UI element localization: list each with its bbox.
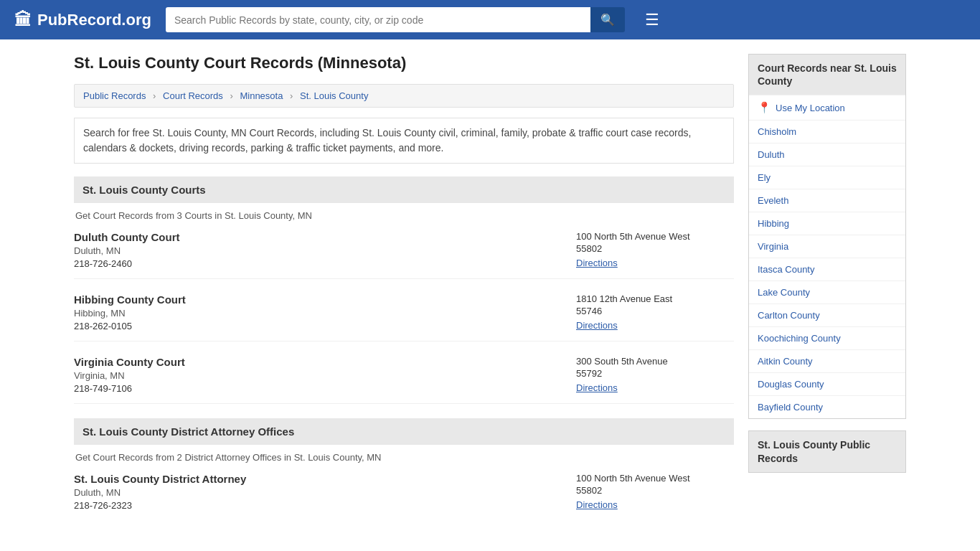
breadcrumb-court-records[interactable]: Court Records (163, 90, 223, 101)
da-name-1: St. Louis County District Attorney (74, 473, 576, 485)
nearby-link-hibbing[interactable]: Hibbing (758, 218, 789, 229)
da-section-desc: Get Court Records from 2 District Attorn… (74, 452, 734, 463)
courts-section-header: St. Louis County Courts (74, 176, 734, 203)
nearby-item-koochiching[interactable]: Koochiching County (749, 326, 905, 349)
nearby-link-carlton[interactable]: Carlton County (758, 310, 820, 321)
nearby-item-hibbing[interactable]: Hibbing (749, 212, 905, 235)
site-logo[interactable]: 🏛 PubRecord.org (14, 10, 151, 30)
use-location-button[interactable]: 📍 Use My Location (749, 95, 905, 120)
da-entry-1-left: St. Louis County District Attorney Dulut… (74, 473, 576, 513)
nearby-box: Court Records near St. Louis County 📍 Us… (748, 54, 906, 419)
da-zip-1: 55802 (576, 485, 734, 496)
nearby-link-bayfield[interactable]: Bayfield County (758, 402, 823, 413)
nearby-link-koochiching[interactable]: Koochiching County (758, 333, 841, 344)
da-address-1: 100 North 5th Avenue West (576, 473, 734, 484)
court-entry-hibbing: Hibbing County Court Hibbing, MN 218-262… (74, 293, 734, 342)
da-directions-1[interactable]: Directions (576, 499, 618, 510)
sidebar: Court Records near St. Louis County 📍 Us… (748, 54, 906, 534)
breadcrumb-sep-3: › (290, 90, 293, 101)
court-city-hibbing: Hibbing, MN (74, 308, 576, 319)
court-directions-hibbing[interactable]: Directions (576, 320, 618, 331)
nearby-item-duluth[interactable]: Duluth (749, 143, 905, 166)
nearby-item-eveleth[interactable]: Eveleth (749, 189, 905, 212)
court-phone-virginia: 218-749-7106 (74, 383, 576, 394)
nearby-link-itasca[interactable]: Itasca County (758, 264, 815, 275)
nearby-item-aitkin[interactable]: Aitkin County (749, 349, 905, 372)
nearby-title: Court Records near St. Louis County (749, 55, 905, 95)
nearby-link-aitkin[interactable]: Aitkin County (758, 356, 813, 367)
nearby-item-carlton[interactable]: Carlton County (749, 303, 905, 326)
court-directions-virginia[interactable]: Directions (576, 382, 618, 393)
court-entry-duluth: Duluth County Court Duluth, MN 218-726-2… (74, 231, 734, 279)
court-city-duluth: Duluth, MN (74, 245, 576, 256)
court-name-virginia: Virginia County Court (74, 356, 576, 368)
courts-section-desc: Get Court Records from 3 Courts in St. L… (74, 210, 734, 221)
court-address-duluth: 100 North 5th Avenue West (576, 231, 734, 242)
use-location-label: Use My Location (776, 103, 845, 113)
page-description: Search for free St. Louis County, MN Cou… (74, 118, 734, 164)
court-zip-virginia: 55792 (576, 368, 734, 379)
nearby-link-ely[interactable]: Ely (758, 172, 771, 183)
nearby-link-eveleth[interactable]: Eveleth (758, 195, 788, 206)
public-records-title: St. Louis County Public Records (749, 431, 905, 471)
site-header: 🏛 PubRecord.org 🔍 ☰ (0, 0, 980, 39)
nearby-item-ely[interactable]: Ely (749, 166, 905, 189)
main-container: St. Louis County Court Records (Minnesot… (60, 39, 920, 549)
court-phone-duluth: 218-726-2460 (74, 258, 576, 269)
location-icon: 📍 (758, 101, 771, 114)
court-entry-duluth-right: 100 North 5th Avenue West 55802 Directio… (576, 231, 734, 271)
breadcrumb-minnesota[interactable]: Minnesota (240, 90, 283, 101)
nearby-link-virginia[interactable]: Virginia (758, 241, 788, 252)
court-entry-virginia-left: Virginia County Court Virginia, MN 218-7… (74, 356, 576, 396)
breadcrumb-sep-2: › (230, 90, 232, 101)
public-records-box: St. Louis County Public Records (748, 430, 906, 472)
nearby-item-virginia[interactable]: Virginia (749, 235, 905, 258)
search-bar: 🔍 (166, 7, 625, 32)
menu-button[interactable]: ☰ (639, 8, 665, 32)
court-directions-duluth[interactable]: Directions (576, 258, 618, 268)
nearby-item-itasca[interactable]: Itasca County (749, 258, 905, 281)
court-entry-virginia: Virginia County Court Virginia, MN 218-7… (74, 356, 734, 404)
nearby-link-chisholm[interactable]: Chisholm (758, 126, 796, 137)
da-phone-1: 218-726-2323 (74, 500, 576, 511)
nearby-link-duluth[interactable]: Duluth (758, 149, 785, 160)
search-input[interactable] (166, 7, 590, 32)
nearby-link-douglas[interactable]: Douglas County (758, 379, 824, 390)
breadcrumb-public-records[interactable]: Public Records (83, 90, 146, 101)
nearby-item-bayfield[interactable]: Bayfield County (749, 395, 905, 418)
da-entry-1: St. Louis County District Attorney Dulut… (74, 473, 734, 520)
logo-text: PubRecord.org (37, 11, 151, 29)
court-name-hibbing: Hibbing County Court (74, 293, 576, 306)
court-zip-hibbing: 55746 (576, 306, 734, 316)
search-icon: 🔍 (600, 14, 615, 26)
court-phone-hibbing: 218-262-0105 (74, 321, 576, 331)
nearby-item-chisholm[interactable]: Chisholm (749, 120, 905, 143)
breadcrumb-sep-1: › (153, 90, 156, 101)
page-title: St. Louis County Court Records (Minnesot… (74, 54, 734, 72)
nearby-item-douglas[interactable]: Douglas County (749, 372, 905, 395)
search-button[interactable]: 🔍 (590, 7, 625, 32)
nearby-item-lake[interactable]: Lake County (749, 281, 905, 303)
court-name-duluth: Duluth County Court (74, 231, 576, 243)
breadcrumb: Public Records › Court Records › Minneso… (74, 84, 734, 108)
logo-icon: 🏛 (14, 10, 32, 30)
court-address-virginia: 300 South 5th Avenue (576, 356, 734, 367)
breadcrumb-st-louis-county[interactable]: St. Louis County (300, 90, 368, 101)
court-entry-hibbing-left: Hibbing County Court Hibbing, MN 218-262… (74, 293, 576, 334)
court-entry-hibbing-right: 1810 12th Avenue East 55746 Directions (576, 293, 734, 334)
court-address-hibbing: 1810 12th Avenue East (576, 293, 734, 304)
court-city-virginia: Virginia, MN (74, 370, 576, 381)
court-zip-duluth: 55802 (576, 243, 734, 254)
nearby-link-lake[interactable]: Lake County (758, 287, 810, 298)
da-entry-1-right: 100 North 5th Avenue West 55802 Directio… (576, 473, 734, 513)
main-content: St. Louis County Court Records (Minnesot… (74, 54, 734, 534)
da-city-1: Duluth, MN (74, 487, 576, 498)
court-entry-duluth-left: Duluth County Court Duluth, MN 218-726-2… (74, 231, 576, 271)
da-section-header: St. Louis County District Attorney Offic… (74, 418, 734, 445)
court-entry-virginia-right: 300 South 5th Avenue 55792 Directions (576, 356, 734, 396)
hamburger-icon: ☰ (645, 11, 659, 29)
